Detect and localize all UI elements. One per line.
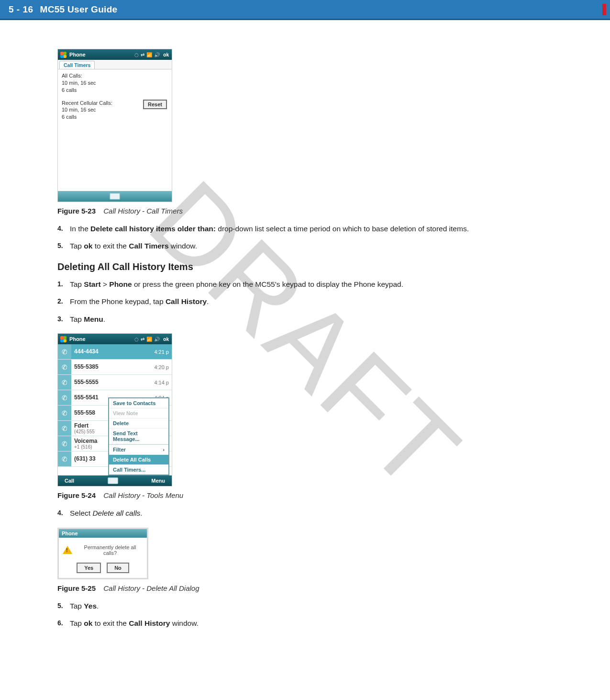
step-number: 5.: [57, 241, 70, 251]
figure-label: Figure 5-23: [57, 207, 96, 215]
windows-start-icon[interactable]: [60, 336, 67, 343]
wm-softkey-bar: Call Menu: [58, 475, 172, 486]
phone-icon: ✆: [58, 452, 71, 466]
figure-text: Call History - Tools Menu: [103, 491, 183, 499]
t: Call Timers: [129, 242, 168, 250]
all-calls-count: 6 calls: [62, 87, 168, 94]
phone-icon: ✆: [58, 344, 71, 359]
softkey-menu[interactable]: Menu: [151, 478, 165, 484]
figure-label: Figure 5-25: [57, 584, 96, 592]
call-history-row[interactable]: ✆444-44344:21 p: [58, 344, 172, 360]
context-menu: Save to Contacts View Note Delete Send T…: [108, 397, 169, 475]
call-time: 4:21 p: [154, 349, 169, 355]
wm-status-icons: ◌ ⇄ 📶 🔊: [134, 52, 160, 57]
step-number: 3.: [57, 314, 70, 325]
t: ok: [84, 242, 92, 250]
wm-titlebar: Phone ◌ ⇄ 📶 🔊 ok: [58, 334, 172, 344]
step-1: 1. Tap Start > Phone or press the green …: [57, 279, 562, 290]
t: Menu: [84, 315, 103, 323]
wm-app-title: Phone: [69, 336, 86, 342]
call-time: 4:20 p: [154, 364, 169, 370]
signal-icon: ◌: [134, 337, 139, 342]
t: .: [103, 315, 105, 323]
screenshot-delete-all-dialog: Phone Permanently delete all calls? Yes …: [57, 528, 148, 579]
softkey-call[interactable]: Call: [65, 478, 74, 484]
t: .: [140, 509, 142, 517]
phone-icon: ✆: [58, 390, 71, 405]
header-red-mark: [602, 4, 606, 15]
menu-save-to-contacts[interactable]: Save to Contacts: [109, 398, 168, 408]
figure-5-24-caption: Figure 5-24 Call History - Tools Menu: [57, 491, 562, 499]
wm-bottom-bar: [58, 191, 172, 202]
call-time: 4:14 p: [154, 380, 169, 385]
menu-delete-all-calls[interactable]: Delete All Calls: [109, 455, 168, 465]
speaker-icon: 🔊: [154, 52, 160, 57]
network-icon: ⇄: [141, 337, 144, 342]
page-number: 5 - 16: [9, 4, 33, 15]
wm-app-title: Phone: [69, 52, 86, 57]
wm-status-icons: ◌ ⇄ 📶 🔊: [134, 337, 160, 342]
menu-send-text[interactable]: Send Text Message...: [109, 429, 168, 444]
screenshot-call-timers: Phone ◌ ⇄ 📶 🔊 ok Call Timers All Calls: …: [57, 49, 172, 202]
recent-calls-group: Recent Cellular Calls: 10 min, 16 sec 6 …: [62, 100, 168, 121]
figure-label: Figure 5-24: [57, 491, 96, 499]
step-4: 4. In the Delete call history items olde…: [57, 224, 562, 234]
t: Call History: [166, 297, 207, 305]
t: From the Phone keypad, tap: [70, 297, 166, 305]
call-number: 444-4434: [74, 349, 151, 355]
step-number: 5.: [57, 601, 70, 611]
antenna-icon: 📶: [146, 337, 152, 342]
signal-icon: ◌: [134, 52, 139, 57]
figure-text: Call History - Call Timers: [103, 207, 183, 215]
step-3: 3. Tap Menu.: [57, 314, 562, 325]
t: Phone: [109, 280, 132, 288]
t: Select: [70, 509, 92, 517]
phone-icon: ✆: [58, 436, 71, 451]
menu-call-timers[interactable]: Call Timers...: [109, 465, 168, 474]
call-number: 555-5555: [74, 379, 151, 385]
figure-text: Call History - Delete All Dialog: [103, 584, 199, 592]
screenshot-call-history-menu: Phone ◌ ⇄ 📶 🔊 ok ✆444-44344:21 p✆555-538…: [57, 333, 172, 486]
t: Tap: [70, 242, 84, 250]
t: ok: [84, 619, 92, 627]
step-number: 4.: [57, 224, 70, 234]
windows-start-icon[interactable]: [60, 51, 67, 58]
call-history-row[interactable]: ✆555-55554:14 p: [58, 375, 172, 390]
phone-icon: ✆: [58, 360, 71, 374]
keyboard-icon[interactable]: [108, 477, 118, 484]
t: Tap: [70, 602, 84, 610]
t: window.: [170, 619, 198, 627]
t: Tap: [70, 619, 84, 627]
step-text-a: In the: [70, 225, 90, 233]
all-calls-label: All Calls:: [62, 72, 168, 79]
recent-calls-count: 6 calls: [62, 113, 168, 121]
step-5b: 5. Tap Yes.: [57, 601, 562, 611]
t: Tap: [70, 315, 84, 323]
t: .: [97, 602, 99, 610]
t: Delete all calls: [92, 509, 140, 517]
menu-filter[interactable]: Filter: [109, 444, 168, 455]
no-button[interactable]: No: [107, 563, 129, 573]
t: Call History: [129, 619, 170, 627]
menu-view-note: View Note: [109, 408, 168, 418]
phone-icon: ✆: [58, 406, 71, 420]
yes-button[interactable]: Yes: [77, 563, 101, 573]
reset-button[interactable]: Reset: [143, 100, 167, 109]
dialog-titlebar: Phone: [59, 529, 147, 538]
menu-delete[interactable]: Delete: [109, 418, 168, 429]
step-number: 1.: [57, 279, 70, 290]
section-heading-deleting-all: Deleting All Call History Items: [57, 261, 562, 272]
step-6: 6. Tap ok to exit the Call History windo…: [57, 618, 562, 629]
dialog-message: Permanently delete all calls?: [77, 544, 143, 556]
warning-icon: [63, 545, 72, 555]
step-2: 2. From the Phone keypad, tap Call Histo…: [57, 296, 562, 307]
figure-5-25-caption: Figure 5-25 Call History - Delete All Di…: [57, 584, 562, 592]
keyboard-icon[interactable]: [110, 193, 120, 200]
t: Start: [84, 280, 100, 288]
t: to exit the: [92, 242, 129, 250]
ok-softkey[interactable]: ok: [162, 337, 170, 342]
call-history-row[interactable]: ✆555-53854:20 p: [58, 360, 172, 375]
ok-softkey[interactable]: ok: [162, 52, 170, 57]
antenna-icon: 📶: [146, 52, 152, 57]
tab-call-timers[interactable]: Call Timers: [59, 61, 95, 69]
